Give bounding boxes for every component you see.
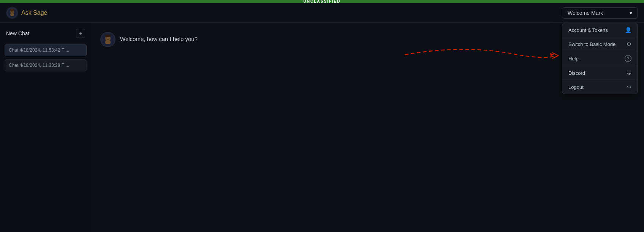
new-chat-header: New Chat + (5, 27, 87, 41)
svg-point-4 (13, 11, 13, 12)
welcome-button-label: Welcome Mark (568, 10, 603, 16)
svg-point-12 (105, 35, 111, 37)
svg-point-11 (109, 38, 109, 38)
logout-icon: ↪ (627, 84, 631, 90)
svg-rect-2 (10, 13, 14, 16)
dropdown-menu: Account & Tokens 👤 Switch to Basic Mode … (562, 23, 638, 94)
app-name-highlight: Sage (33, 9, 47, 16)
app-logo-icon (6, 7, 18, 19)
dropdown-help-label: Help (568, 56, 579, 62)
help-icon: ? (625, 55, 631, 62)
dropdown-basic-mode-label: Switch to Basic Mode (568, 41, 616, 47)
discord-icon: 🗨 (626, 70, 631, 76)
dropdown-item-basic-mode[interactable]: Switch to Basic Mode ⚙ (562, 37, 638, 51)
dropdown-discord-label: Discord (568, 70, 585, 76)
plus-icon: + (79, 30, 82, 36)
svg-point-10 (106, 38, 107, 38)
svg-marker-6 (550, 53, 554, 56)
dropdown-item-help[interactable]: Help ? (562, 51, 638, 66)
dropdown-logout-label: Logout (568, 84, 584, 90)
chat-item-1[interactable]: Chat 4/18/2024, 11:53:42 F ... (5, 44, 87, 56)
logo-area: Ask Sage (6, 7, 47, 19)
app-name-prefix: Ask (21, 9, 33, 16)
new-chat-button[interactable]: + (76, 29, 85, 38)
chat-area: Welcome, how can I help you? (91, 23, 644, 232)
dropdown-item-logout[interactable]: Logout ↪ (562, 80, 638, 94)
chat-message: Welcome, how can I help you? (100, 32, 635, 47)
chat-item-2[interactable]: Chat 4/18/2024, 11:33:28 F ... (5, 59, 87, 71)
svg-point-3 (11, 11, 12, 12)
bot-avatar (100, 32, 116, 47)
user-icon: 👤 (625, 27, 631, 33)
classification-bar: UNCLASSIFIED (0, 0, 644, 3)
gear-icon: ⚙ (627, 41, 631, 47)
svg-rect-9 (105, 40, 111, 44)
app-name: Ask Sage (21, 9, 47, 16)
dropdown-account-label: Account & Tokens (568, 27, 608, 33)
header: Ask Sage Welcome Mark ▾ (0, 3, 644, 23)
classification-label: UNCLASSIFIED (304, 0, 341, 3)
sidebar: New Chat + Chat 4/18/2024, 11:53:42 F ..… (0, 23, 91, 232)
new-chat-label: New Chat (6, 30, 29, 36)
main-layout: New Chat + Chat 4/18/2024, 11:53:42 F ..… (0, 23, 644, 232)
chevron-down-icon: ▾ (630, 10, 632, 16)
dropdown-item-account[interactable]: Account & Tokens 👤 (562, 23, 638, 37)
dropdown-item-discord[interactable]: Discord 🗨 (562, 66, 638, 80)
svg-point-5 (10, 9, 14, 11)
welcome-button[interactable]: Welcome Mark ▾ (562, 7, 638, 19)
welcome-message: Welcome, how can I help you? (120, 32, 198, 42)
